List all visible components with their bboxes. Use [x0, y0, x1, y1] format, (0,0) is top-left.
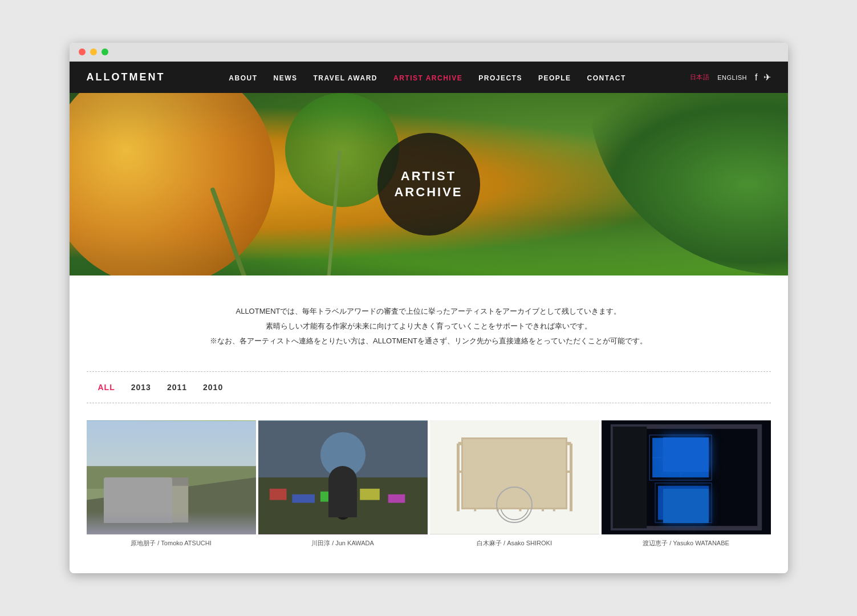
site-logo[interactable]: ALLOTMENT — [87, 71, 165, 83]
artist-grid: 原地朋子 / Tomoko ATSUCHI — [87, 420, 771, 556]
svg-rect-8 — [258, 477, 428, 534]
browser-dot-yellow[interactable] — [90, 48, 97, 55]
artist-name-jp-3: 白木麻子 / Asako SHIROKI — [477, 540, 552, 546]
filter-link-all[interactable]: ALL — [98, 383, 115, 392]
artist-card-1[interactable]: 原地朋子 / Tomoko ATSUCHI — [87, 420, 256, 550]
artist-card-4[interactable]: 渡辺恵子 / Yasuko WATANABE — [602, 420, 771, 550]
nav-link-projects[interactable]: PROJECTS — [478, 74, 522, 82]
nav-link-people[interactable]: PEOPLE — [538, 74, 571, 82]
artist-image-3 — [430, 420, 599, 534]
svg-rect-13 — [360, 489, 380, 500]
artist-card-3[interactable]: 白木麻子 / Asako SHIROKI — [430, 420, 599, 550]
svg-rect-11 — [292, 495, 315, 503]
browser-dot-red[interactable] — [79, 48, 86, 55]
svg-rect-17 — [430, 421, 599, 534]
artist-name-jp-4: 渡辺恵子 / Yasuko WATANABE — [643, 540, 729, 546]
nav-item-news[interactable]: NEWS — [274, 72, 298, 83]
svg-point-9 — [320, 432, 365, 477]
filter-2010[interactable]: 2010 — [203, 382, 223, 392]
lang-en[interactable]: ENGLISH — [717, 74, 747, 81]
hero-section: ARTIST ARCHIVE — [70, 93, 788, 275]
artist-name-jp-2: 川田淳 / Jun KAWADA — [311, 540, 374, 546]
artist-card-2[interactable]: 川田淳 / Jun KAWADA — [258, 420, 428, 550]
content-area: ALLOTMENTでは、毎年トラベルアワードの審査で上位に挙ったアーティストをア… — [70, 275, 788, 573]
nav-link-news[interactable]: NEWS — [274, 74, 298, 82]
nav-link-contact[interactable]: CONTACT — [587, 74, 626, 82]
filter-link-2013[interactable]: 2013 — [131, 383, 151, 392]
filter-section: ALL 2013 2011 2010 — [87, 371, 771, 403]
svg-point-28 — [527, 468, 536, 473]
browser-dot-green[interactable] — [101, 48, 108, 55]
nav-item-travel-award[interactable]: TRAVEL AWARD — [314, 72, 377, 83]
nav-item-projects[interactable]: PROJECTS — [478, 72, 522, 83]
nav-right: 日本語 ENGLISH f ✈ — [690, 72, 771, 83]
nav-link-artist-archive[interactable]: ARTIST ARCHIVE — [393, 74, 462, 82]
filter-2013[interactable]: 2013 — [131, 382, 151, 392]
nav-item-artist-archive[interactable]: ARTIST ARCHIVE — [393, 72, 462, 83]
nav-item-people[interactable]: PEOPLE — [538, 72, 571, 83]
hero-title-line2: ARCHIVE — [394, 185, 462, 199]
browser-window: ALLOTMENT ABOUT NEWS TRAVEL AWARD ARTIST… — [70, 43, 788, 573]
artist-name-jp-1: 原地朋子 / Tomoko ATSUCHI — [131, 540, 212, 546]
hero-title: ARTIST ARCHIVE — [394, 168, 462, 201]
svg-rect-4 — [132, 483, 188, 522]
svg-rect-12 — [320, 492, 334, 502]
svg-rect-31 — [612, 427, 646, 528]
nav-link-about[interactable]: ABOUT — [229, 74, 257, 82]
svg-rect-6 — [132, 477, 188, 486]
navbar: ALLOTMENT ABOUT NEWS TRAVEL AWARD ARTIST… — [70, 62, 788, 93]
nav-links: ABOUT NEWS TRAVEL AWARD ARTIST ARCHIVE P… — [229, 72, 626, 83]
svg-rect-10 — [269, 489, 286, 500]
svg-rect-36 — [655, 483, 712, 522]
filter-links: ALL 2013 2011 2010 — [87, 382, 771, 392]
filter-link-2010[interactable]: 2010 — [203, 383, 223, 392]
description-line3: ※なお、各アーティストへ連絡をとりたい方は、ALLOTMENTを通さず、リンク先… — [87, 334, 771, 348]
filter-link-2011[interactable]: 2011 — [167, 383, 187, 392]
lang-jp[interactable]: 日本語 — [690, 73, 710, 82]
hero-title-circle: ARTIST ARCHIVE — [377, 133, 480, 236]
artist-name-2: 川田淳 / Jun KAWADA — [258, 534, 428, 550]
svg-rect-5 — [137, 489, 149, 500]
svg-rect-34 — [658, 486, 709, 520]
svg-point-39 — [677, 510, 700, 519]
nav-item-contact[interactable]: CONTACT — [587, 72, 626, 83]
svg-point-27 — [500, 492, 529, 520]
hero-pumpkin-decoration — [70, 93, 275, 275]
telegram-icon[interactable]: ✈ — [763, 72, 771, 83]
nav-social: f ✈ — [755, 72, 770, 83]
artist-name-1: 原地朋子 / Tomoko ATSUCHI — [87, 534, 256, 550]
filter-2011[interactable]: 2011 — [167, 382, 187, 392]
description-line2: 素晴らしい才能有る作家が未来に向けてより大きく育っていくことをサポートできれば幸… — [87, 319, 771, 334]
svg-rect-14 — [388, 495, 405, 503]
description-text: ALLOTMENTでは、毎年トラベルアワードの審査で上位に挙ったアーティストをア… — [87, 304, 771, 348]
svg-marker-3 — [87, 477, 256, 534]
filter-all[interactable]: ALL — [98, 382, 115, 392]
svg-point-16 — [335, 469, 351, 485]
nav-item-about[interactable]: ABOUT — [229, 72, 257, 83]
hero-title-line1: ARTIST — [401, 169, 456, 183]
artist-image-1 — [87, 420, 256, 534]
artist-name-3: 白木麻子 / Asako SHIROKI — [430, 534, 599, 550]
browser-chrome — [70, 43, 788, 62]
artist-name-4: 渡辺恵子 / Yasuko WATANABE — [602, 534, 771, 550]
facebook-icon[interactable]: f — [755, 72, 757, 83]
artist-image-2 — [258, 420, 428, 534]
artist-image-4 — [602, 420, 771, 534]
svg-point-15 — [331, 480, 354, 520]
description-line1: ALLOTMENTでは、毎年トラベルアワードの審査で上位に挙ったアーティストをア… — [87, 304, 771, 319]
nav-link-travel-award[interactable]: TRAVEL AWARD — [314, 74, 377, 82]
